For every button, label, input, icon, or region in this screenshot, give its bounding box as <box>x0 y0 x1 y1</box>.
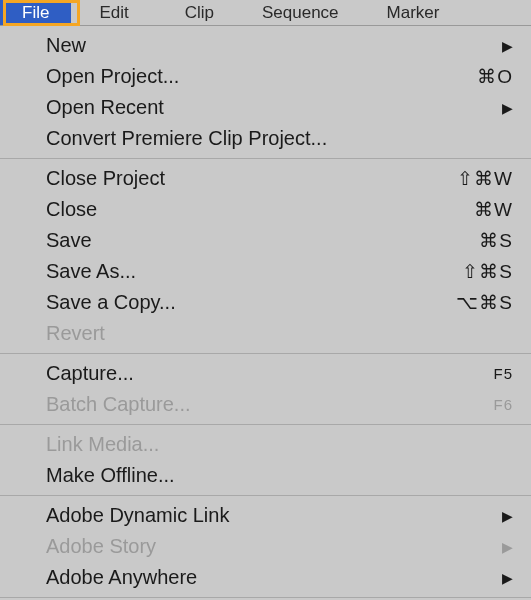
menubar-file[interactable]: File <box>0 0 71 25</box>
menubar-marker[interactable]: Marker <box>373 0 454 25</box>
menubar: File Edit Clip Sequence Marker <box>0 0 531 26</box>
file-menu-dropdown: New ▶ Open Project... ⌘O Open Recent ▶ C… <box>0 26 531 600</box>
menu-item-adobe-story: Adobe Story ▶ <box>0 531 531 562</box>
menu-item-label: Adobe Story <box>46 535 502 558</box>
menubar-sequence[interactable]: Sequence <box>248 0 353 25</box>
menu-separator <box>0 353 531 354</box>
menu-separator <box>0 158 531 159</box>
menu-item-shortcut: F5 <box>493 365 513 382</box>
menu-item-shortcut: F6 <box>493 396 513 413</box>
menu-item-label: Adobe Dynamic Link <box>46 504 502 527</box>
menu-item-label: Make Offline... <box>46 464 513 487</box>
submenu-arrow-icon: ▶ <box>502 38 513 54</box>
submenu-arrow-icon: ▶ <box>502 508 513 524</box>
menu-item-label: Batch Capture... <box>46 393 473 416</box>
menu-item-label: Open Recent <box>46 96 502 119</box>
menu-item-label: New <box>46 34 502 57</box>
menubar-clip[interactable]: Clip <box>171 0 228 25</box>
menu-separator <box>0 495 531 496</box>
menu-item-label: Close <box>46 198 454 221</box>
menu-item-shortcut: ⌘W <box>474 198 513 221</box>
menu-item-batch-capture: Batch Capture... F6 <box>0 389 531 420</box>
menu-item-label: Revert <box>46 322 513 345</box>
menu-item-label: Close Project <box>46 167 437 190</box>
submenu-arrow-icon: ▶ <box>502 570 513 586</box>
menu-item-shortcut: ⌘O <box>477 65 513 88</box>
menu-item-shortcut: ⌘S <box>479 229 513 252</box>
menu-item-label: Adobe Anywhere <box>46 566 502 589</box>
menu-item-label: Save As... <box>46 260 442 283</box>
menu-item-close[interactable]: Close ⌘W <box>0 194 531 225</box>
menu-separator <box>0 424 531 425</box>
menu-item-label: Convert Premiere Clip Project... <box>46 127 513 150</box>
submenu-arrow-icon: ▶ <box>502 539 513 555</box>
menu-item-convert-premiere-clip[interactable]: Convert Premiere Clip Project... <box>0 123 531 154</box>
menu-item-label: Open Project... <box>46 65 457 88</box>
menu-item-capture[interactable]: Capture... F5 <box>0 358 531 389</box>
menu-item-adobe-dynamic-link[interactable]: Adobe Dynamic Link ▶ <box>0 500 531 531</box>
menu-separator <box>0 597 531 598</box>
menu-item-label: Capture... <box>46 362 473 385</box>
menu-item-close-project[interactable]: Close Project ⇧⌘W <box>0 163 531 194</box>
menu-item-label: Save a Copy... <box>46 291 436 314</box>
menu-item-adobe-anywhere[interactable]: Adobe Anywhere ▶ <box>0 562 531 593</box>
menu-item-shortcut: ⇧⌘S <box>462 260 513 283</box>
submenu-arrow-icon: ▶ <box>502 100 513 116</box>
menu-item-shortcut: ⌥⌘S <box>456 291 513 314</box>
menu-item-link-media: Link Media... <box>0 429 531 460</box>
menu-item-save-a-copy[interactable]: Save a Copy... ⌥⌘S <box>0 287 531 318</box>
menu-item-label: Save <box>46 229 459 252</box>
menu-item-new[interactable]: New ▶ <box>0 30 531 61</box>
menu-item-make-offline[interactable]: Make Offline... <box>0 460 531 491</box>
menu-item-save[interactable]: Save ⌘S <box>0 225 531 256</box>
menu-item-shortcut: ⇧⌘W <box>457 167 513 190</box>
menu-item-revert: Revert <box>0 318 531 349</box>
menubar-edit[interactable]: Edit <box>85 0 142 25</box>
menu-item-save-as[interactable]: Save As... ⇧⌘S <box>0 256 531 287</box>
menu-item-label: Link Media... <box>46 433 513 456</box>
menu-item-open-recent[interactable]: Open Recent ▶ <box>0 92 531 123</box>
menu-item-open-project[interactable]: Open Project... ⌘O <box>0 61 531 92</box>
